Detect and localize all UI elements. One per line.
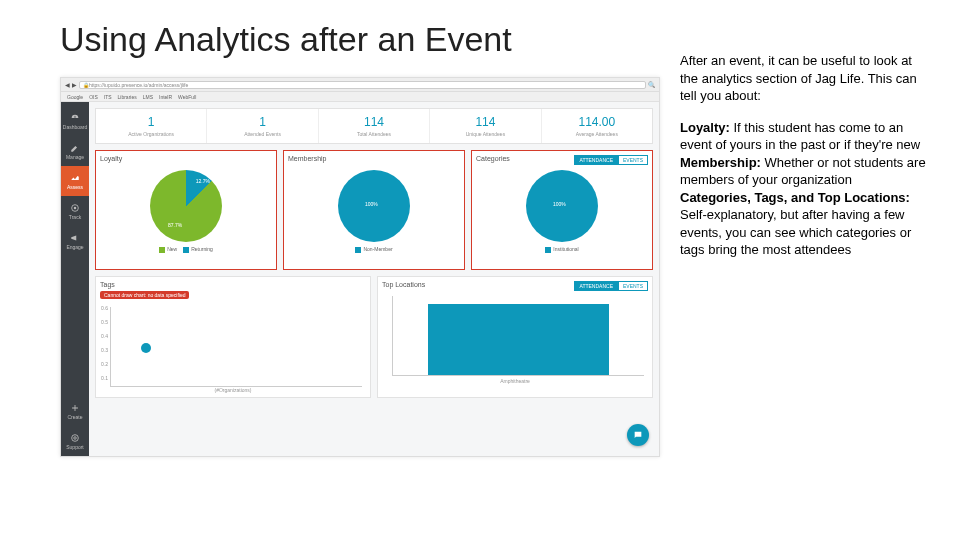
y-tick: 0.6 [101, 305, 108, 311]
categories-pie-chart: 100% [526, 170, 598, 242]
nav-fwd-icon[interactable]: ▶ [72, 81, 77, 88]
stat-value: 1 [98, 115, 204, 129]
sidebar-item-dashboard[interactable]: Dashboard [61, 106, 89, 136]
url-bar[interactable]: 🔒 https://iupuido.presence.io/admin/acce… [79, 81, 646, 89]
sidebar-label: Assess [67, 184, 83, 190]
toggle-attendance[interactable]: ATTENDANCE [574, 281, 618, 291]
sidebar-item-create[interactable]: Create [61, 396, 89, 426]
app-sidebar: Dashboard Manage Assess Track [61, 102, 89, 456]
stat-label: Active Organizations [98, 131, 204, 137]
sidebar-label: Engage [66, 244, 83, 250]
bookmark-item[interactable]: IntelR [159, 94, 172, 100]
chart-legend: Non-Member [288, 246, 460, 253]
stat-value: 114.00 [544, 115, 650, 129]
stat-value: 1 [209, 115, 315, 129]
lifebuoy-icon [70, 433, 80, 443]
slide-text-column: After an event, it can be useful to look… [670, 0, 960, 540]
panel-title: Loyalty [100, 155, 272, 162]
chart-legend: New Returning [100, 246, 272, 253]
pie-slice-label: 12.7% [196, 178, 210, 184]
scatter-point [141, 343, 151, 353]
plus-icon [70, 403, 80, 413]
bookmark-bar: Google OIS ITS Libraries LMS IntelR WebF… [61, 92, 659, 102]
analytics-screenshot: ◀ ▶ 🔒 https://iupuido.presence.io/admin/… [60, 77, 660, 457]
sidebar-item-manage[interactable]: Manage [61, 136, 89, 166]
search-icon[interactable]: 🔍 [648, 81, 655, 88]
stat-label: Total Attendees [321, 131, 427, 137]
bookmark-item[interactable]: Libraries [118, 94, 137, 100]
svg-point-1 [74, 206, 77, 209]
bar [428, 304, 609, 375]
toggle-events[interactable]: EVENTS [618, 281, 648, 291]
locations-bar-chart [392, 296, 644, 376]
y-tick: 0.3 [101, 347, 108, 353]
sidebar-item-track[interactable]: Track [61, 196, 89, 226]
tags-scatter-chart: 0.6 0.5 0.4 0.3 0.2 0.1 [110, 307, 362, 387]
panel-top-locations: Top Locations ATTENDANCE EVENTS Amphithe… [377, 276, 653, 398]
slide-title: Using Analytics after an Event [60, 20, 670, 59]
app-main: 1 Active Organizations 1 Attended Events… [89, 102, 659, 456]
chart-legend: Institutional [476, 246, 648, 253]
sidebar-label: Support [66, 444, 84, 450]
svg-point-2 [72, 434, 79, 441]
toggle-attendance[interactable]: ATTENDANCE [574, 155, 618, 165]
panel-categories: Categories ATTENDANCE EVENTS 100% Instit… [471, 150, 653, 270]
attendance-events-toggle[interactable]: ATTENDANCE EVENTS [574, 281, 648, 291]
panel-title: Tags [100, 281, 366, 288]
legend-label: New [167, 246, 177, 252]
stat-card: 114.00 Average Attendees [542, 109, 652, 143]
stats-row: 1 Active Organizations 1 Attended Events… [95, 108, 653, 144]
sidebar-label: Track [69, 214, 81, 220]
legend-swatch [545, 247, 551, 253]
y-tick: 0.5 [101, 319, 108, 325]
stat-label: Attended Events [209, 131, 315, 137]
x-axis-label: Amphitheatre [382, 378, 648, 384]
y-tick: 0.2 [101, 361, 108, 367]
attendance-events-toggle[interactable]: ATTENDANCE EVENTS [574, 155, 648, 165]
stat-card: 1 Attended Events [207, 109, 318, 143]
sidebar-label: Create [67, 414, 82, 420]
term: Membership: [680, 155, 761, 170]
megaphone-icon [70, 233, 80, 243]
chat-fab[interactable] [627, 424, 649, 446]
bookmark-item[interactable]: Google [67, 94, 83, 100]
legend-label: Non-Member [363, 246, 392, 252]
x-axis-label: (#Organizations) [100, 387, 366, 393]
panel-membership: Membership 100% Non-Member [283, 150, 465, 270]
nav-back-icon[interactable]: ◀ [65, 81, 70, 88]
y-tick: 0.4 [101, 333, 108, 339]
bullet-loyalty: Loyalty: If this student has come to an … [680, 119, 930, 259]
panel-loyalty: Loyalty 12.7% 87.7% New Returning [95, 150, 277, 270]
legend-label: Returning [191, 246, 213, 252]
sidebar-item-support[interactable]: Support [61, 426, 89, 456]
legend-swatch [183, 247, 189, 253]
browser-chrome: ◀ ▶ 🔒 https://iupuido.presence.io/admin/… [61, 78, 659, 92]
bookmark-item[interactable]: OIS [89, 94, 98, 100]
pie-center-label: 100% [365, 201, 378, 207]
stat-card: 114 Unique Attendees [430, 109, 541, 143]
legend-label: Institutional [553, 246, 578, 252]
stat-label: Unique Attendees [432, 131, 538, 137]
sidebar-label: Dashboard [63, 124, 87, 130]
panel-tags: Tags Cannot draw chart: no data specifie… [95, 276, 371, 398]
sidebar-label: Manage [66, 154, 84, 160]
loyalty-pie-chart: 12.7% 87.7% [150, 170, 222, 242]
legend-swatch [355, 247, 361, 253]
stat-label: Average Attendees [544, 131, 650, 137]
bookmark-item[interactable]: ITS [104, 94, 112, 100]
url-text: https://iupuido.presence.io/admin/access… [89, 82, 188, 88]
toggle-events[interactable]: EVENTS [618, 155, 648, 165]
pie-center-label: 100% [553, 201, 566, 207]
stat-value: 114 [321, 115, 427, 129]
bookmark-item[interactable]: LMS [143, 94, 153, 100]
panel-title: Membership [288, 155, 460, 162]
chart-error-banner: Cannot draw chart: no data specified [100, 291, 189, 299]
stat-value: 114 [432, 115, 538, 129]
membership-pie-chart: 100% [338, 170, 410, 242]
gauge-icon [70, 113, 80, 123]
y-tick: 0.1 [101, 375, 108, 381]
bookmark-item[interactable]: WebFull [178, 94, 196, 100]
stat-card: 114 Total Attendees [319, 109, 430, 143]
sidebar-item-engage[interactable]: Engage [61, 226, 89, 256]
sidebar-item-assess[interactable]: Assess [61, 166, 89, 196]
